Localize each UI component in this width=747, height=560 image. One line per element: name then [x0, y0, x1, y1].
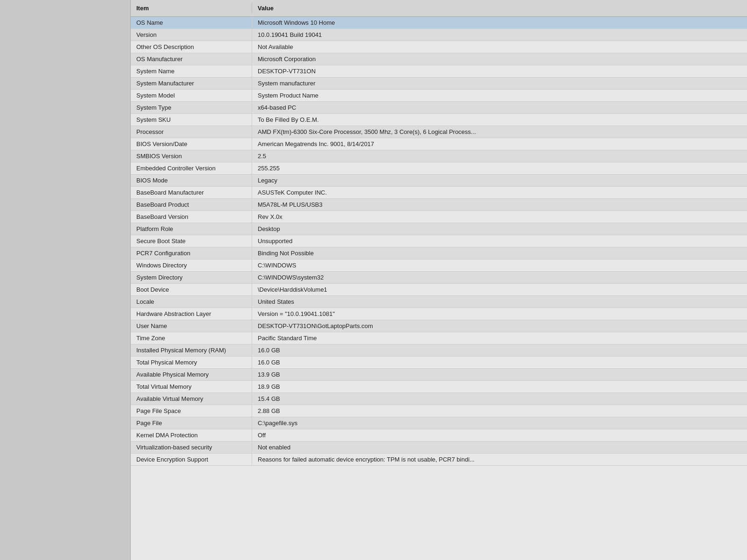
- cell-value: C:\WINDOWS: [252, 259, 747, 271]
- table-row: Virtualization-based securityNot enabled: [131, 441, 747, 454]
- table-row: BaseBoard ProductM5A78L-M PLUS/USB3: [131, 199, 747, 211]
- system-info-table: Item Value OS NameMicrosoft Windows 10 H…: [131, 0, 747, 466]
- table-row: System NameDESKTOP-VT731ON: [131, 65, 747, 77]
- table-row: Available Physical Memory13.9 GB: [131, 369, 747, 381]
- cell-item: Virtualization-based security: [131, 441, 252, 453]
- table-row: Page File Space2.88 GB: [131, 405, 747, 417]
- table-row: Embedded Controller Version255.255: [131, 162, 747, 175]
- cell-value: United States: [252, 296, 747, 308]
- cell-item: Total Virtual Memory: [131, 381, 252, 392]
- cell-value: Desktop: [252, 223, 747, 235]
- cell-item: System SKU: [131, 114, 252, 126]
- cell-value: To Be Filled By O.E.M.: [252, 114, 747, 126]
- table-row: Platform RoleDesktop: [131, 223, 747, 235]
- cell-item: System Manufacturer: [131, 77, 252, 89]
- cell-value: 255.255: [252, 162, 747, 174]
- cell-value: Microsoft Corporation: [252, 53, 747, 65]
- cell-value: Binding Not Possible: [252, 247, 747, 259]
- cell-value: 2.5: [252, 150, 747, 162]
- table-row: BaseBoard VersionRev X.0x: [131, 211, 747, 223]
- table-row: BIOS Version/DateAmerican Megatrends Inc…: [131, 138, 747, 150]
- table-row: Page FileC:\pagefile.sys: [131, 417, 747, 429]
- table-row: OS NameMicrosoft Windows 10 Home: [131, 17, 747, 29]
- cell-item: System Name: [131, 65, 252, 77]
- cell-item: Processor: [131, 126, 252, 138]
- cell-item: Device Encryption Support: [131, 454, 252, 465]
- cell-value: \Device\HarddiskVolume1: [252, 284, 747, 295]
- cell-item: BIOS Version/Date: [131, 138, 252, 150]
- cell-value: System manufacturer: [252, 77, 747, 89]
- table-row: Version10.0.19041 Build 19041: [131, 29, 747, 41]
- cell-value: Pacific Standard Time: [252, 332, 747, 344]
- table-row: Windows DirectoryC:\WINDOWS: [131, 259, 747, 272]
- cell-item: Platform Role: [131, 223, 252, 235]
- cell-value: 15.4 GB: [252, 393, 747, 405]
- cell-item: BaseBoard Version: [131, 211, 252, 223]
- cell-item: Secure Boot State: [131, 235, 252, 247]
- right-panel: Item Value OS NameMicrosoft Windows 10 H…: [131, 0, 747, 560]
- cell-value: DESKTOP-VT731ON\GotLaptopParts.com: [252, 320, 747, 332]
- cell-item: System Model: [131, 90, 252, 101]
- table-row: PCR7 ConfigurationBinding Not Possible: [131, 247, 747, 259]
- table-row: System Typex64-based PC: [131, 102, 747, 114]
- cell-item: System Type: [131, 102, 252, 113]
- cell-item: BaseBoard Product: [131, 199, 252, 210]
- cell-item: User Name: [131, 320, 252, 332]
- cell-item: Boot Device: [131, 284, 252, 295]
- cell-item: OS Name: [131, 17, 252, 28]
- cell-value: Rev X.0x: [252, 211, 747, 223]
- cell-item: OS Manufacturer: [131, 53, 252, 65]
- header-value: Value: [252, 3, 747, 14]
- table-row: Device Encryption SupportReasons for fai…: [131, 454, 747, 466]
- table-row: BIOS ModeLegacy: [131, 175, 747, 187]
- cell-item: Total Physical Memory: [131, 357, 252, 368]
- cell-item: Locale: [131, 296, 252, 308]
- cell-value: DESKTOP-VT731ON: [252, 65, 747, 77]
- cell-item: BIOS Mode: [131, 175, 252, 186]
- cell-item: Version: [131, 29, 252, 41]
- cell-value: Legacy: [252, 175, 747, 186]
- cell-item: Installed Physical Memory (RAM): [131, 344, 252, 356]
- table-row: BaseBoard ManufacturerASUSTeK Computer I…: [131, 187, 747, 199]
- cell-value: C:\WINDOWS\system32: [252, 272, 747, 283]
- table-row: Secure Boot StateUnsupported: [131, 235, 747, 247]
- cell-value: ASUSTeK Computer INC.: [252, 187, 747, 198]
- cell-value: Version = "10.0.19041.1081": [252, 308, 747, 320]
- table-row: User NameDESKTOP-VT731ON\GotLaptopParts.…: [131, 320, 747, 332]
- cell-item: Windows Directory: [131, 259, 252, 271]
- cell-value: 16.0 GB: [252, 357, 747, 368]
- table-row: Installed Physical Memory (RAM)16.0 GB: [131, 344, 747, 357]
- table-row: LocaleUnited States: [131, 296, 747, 308]
- cell-item: Time Zone: [131, 332, 252, 344]
- cell-value: M5A78L-M PLUS/USB3: [252, 199, 747, 210]
- table-row: Total Physical Memory16.0 GB: [131, 357, 747, 369]
- table-header: Item Value: [131, 0, 747, 17]
- table-row: System ManufacturerSystem manufacturer: [131, 77, 747, 90]
- cell-item: BaseBoard Manufacturer: [131, 187, 252, 198]
- cell-value: C:\pagefile.sys: [252, 417, 747, 429]
- table-row: Hardware Abstraction LayerVersion = "10.…: [131, 308, 747, 320]
- main-container: Item Value OS NameMicrosoft Windows 10 H…: [0, 0, 747, 560]
- cell-item: Available Virtual Memory: [131, 393, 252, 405]
- table-row: System SKUTo Be Filled By O.E.M.: [131, 114, 747, 126]
- cell-item: Embedded Controller Version: [131, 162, 252, 174]
- cell-item: Page File Space: [131, 405, 252, 417]
- cell-value: Reasons for failed automatic device encr…: [252, 454, 747, 465]
- table-row: System DirectoryC:\WINDOWS\system32: [131, 272, 747, 284]
- cell-item: Other OS Description: [131, 41, 252, 53]
- cell-value: 16.0 GB: [252, 344, 747, 356]
- table-body: OS NameMicrosoft Windows 10 HomeVersion1…: [131, 17, 747, 466]
- table-row: SMBIOS Version2.5: [131, 150, 747, 162]
- cell-item: Available Physical Memory: [131, 369, 252, 380]
- table-row: ProcessorAMD FX(tm)-6300 Six-Core Proces…: [131, 126, 747, 138]
- cell-item: System Directory: [131, 272, 252, 283]
- table-row: Available Virtual Memory15.4 GB: [131, 393, 747, 405]
- cell-value: 10.0.19041 Build 19041: [252, 29, 747, 41]
- table-row: Kernel DMA ProtectionOff: [131, 429, 747, 441]
- header-item: Item: [131, 3, 252, 14]
- cell-item: Kernel DMA Protection: [131, 429, 252, 441]
- cell-value: Not Available: [252, 41, 747, 53]
- left-panel: [0, 0, 131, 560]
- table-row: Boot Device\Device\HarddiskVolume1: [131, 284, 747, 296]
- cell-value: Off: [252, 429, 747, 441]
